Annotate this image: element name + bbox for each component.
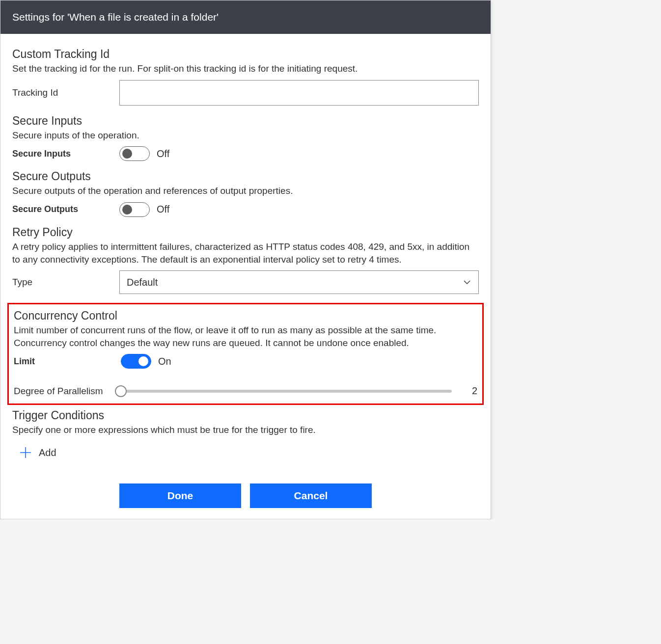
concurrency-limit-state: On <box>158 356 171 367</box>
concurrency-desc: Limit number of concurrent runs of the f… <box>14 324 477 349</box>
concurrency-limit-toggle[interactable] <box>121 354 151 369</box>
done-button[interactable]: Done <box>119 483 241 508</box>
concurrency-highlight: Concurrency Control Limit number of conc… <box>7 303 484 405</box>
settings-dialog: Settings for 'When a file is created in … <box>0 0 491 519</box>
parallelism-value: 2 <box>458 385 477 397</box>
dialog-content: Custom Tracking Id Set the tracking id f… <box>0 34 491 519</box>
parallelism-slider[interactable] <box>121 390 452 393</box>
chevron-down-icon <box>463 278 471 287</box>
parallelism-label: Degree of Parallelism <box>14 386 121 397</box>
add-label: Add <box>39 447 56 458</box>
secure-inputs-title: Secure Inputs <box>12 114 479 128</box>
secure-inputs-toggle[interactable] <box>119 146 150 161</box>
secure-outputs-title: Secure Outputs <box>12 170 479 183</box>
retry-type-select[interactable]: Default <box>119 270 479 294</box>
custom-tracking-desc: Set the tracking id for the run. For spl… <box>12 62 479 75</box>
tracking-id-input[interactable] <box>119 80 479 106</box>
button-row: Done Cancel <box>12 483 479 508</box>
dialog-title: Settings for 'When a file is created in … <box>0 0 491 34</box>
retry-type-label: Type <box>12 277 119 288</box>
retry-type-value: Default <box>127 277 158 288</box>
cancel-button[interactable]: Cancel <box>250 483 372 508</box>
secure-outputs-desc: Secure outputs of the operation and refe… <box>12 185 479 197</box>
retry-policy-desc: A retry policy applies to intermittent f… <box>12 241 479 266</box>
tracking-id-label: Tracking Id <box>12 87 119 98</box>
secure-inputs-desc: Secure inputs of the operation. <box>12 129 479 142</box>
secure-inputs-toggle-label: Secure Inputs <box>12 149 119 159</box>
concurrency-limit-label: Limit <box>14 356 121 367</box>
trigger-conditions-title: Trigger Conditions <box>12 409 479 422</box>
secure-outputs-toggle-label: Secure Outputs <box>12 204 119 215</box>
custom-tracking-title: Custom Tracking Id <box>12 48 479 61</box>
secure-outputs-toggle[interactable] <box>119 202 150 217</box>
plus-icon <box>19 446 32 459</box>
parallelism-slider-thumb[interactable] <box>115 385 127 397</box>
add-trigger-condition-button[interactable]: Add <box>19 446 479 459</box>
secure-inputs-state: Off <box>157 148 169 160</box>
retry-policy-title: Retry Policy <box>12 226 479 239</box>
secure-outputs-state: Off <box>157 204 169 215</box>
concurrency-title: Concurrency Control <box>14 309 477 322</box>
trigger-conditions-desc: Specify one or more expressions which mu… <box>12 424 479 436</box>
